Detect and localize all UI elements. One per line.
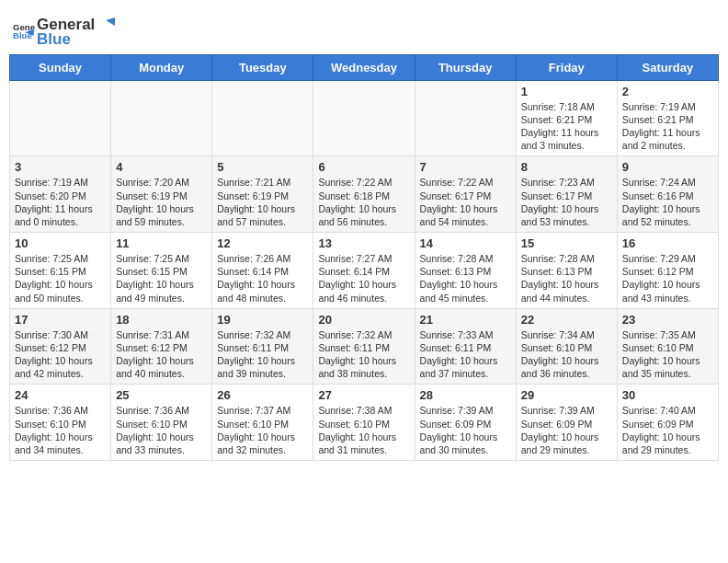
day-info: Sunrise: 7:35 AM [622,328,713,341]
day-info: Sunrise: 7:32 AM [318,328,409,341]
day-info: Daylight: 10 hours and 42 minutes. [15,354,106,380]
day-number: 4 [116,160,207,174]
calendar-cell: 2Sunrise: 7:19 AMSunset: 6:21 PMDaylight… [617,80,718,156]
day-number: 1 [521,85,612,98]
day-number: 24 [15,388,106,402]
calendar-cell: 11Sunrise: 7:25 AMSunset: 6:15 PMDayligh… [111,233,212,309]
day-number: 27 [318,388,409,402]
day-number: 2 [622,85,713,98]
calendar-cell: 4Sunrise: 7:20 AMSunset: 6:19 PMDaylight… [111,156,212,233]
day-number: 21 [420,313,511,327]
day-number: 10 [15,236,106,250]
day-info: Daylight: 10 hours and 56 minutes. [318,202,409,228]
day-info: Sunrise: 7:39 AM [420,404,511,417]
day-info: Sunrise: 7:27 AM [318,252,409,265]
week-row-4: 17Sunrise: 7:30 AMSunset: 6:12 PMDayligh… [10,308,719,385]
day-number: 3 [15,160,106,174]
day-info: Sunset: 6:18 PM [318,190,409,202]
day-info: Sunset: 6:17 PM [420,190,511,202]
day-info: Daylight: 10 hours and 36 minutes. [521,354,612,380]
day-info: Daylight: 10 hours and 49 minutes. [116,278,207,304]
day-info: Sunrise: 7:29 AM [622,252,713,265]
day-info: Sunset: 6:21 PM [521,113,612,126]
day-number: 29 [521,388,612,402]
day-info: Sunrise: 7:25 AM [15,252,106,265]
day-number: 8 [521,160,612,174]
day-info: Daylight: 10 hours and 29 minutes. [521,431,612,456]
day-info: Daylight: 10 hours and 35 minutes. [622,354,713,380]
calendar-cell: 5Sunrise: 7:21 AMSunset: 6:19 PMDaylight… [212,156,313,233]
day-info: Sunset: 6:20 PM [15,190,106,202]
day-info: Daylight: 10 hours and 31 minutes. [318,431,409,456]
calendar-cell: 8Sunrise: 7:23 AMSunset: 6:17 PMDaylight… [516,156,617,233]
day-info: Daylight: 10 hours and 46 minutes. [318,278,409,304]
day-info: Sunset: 6:17 PM [521,190,612,202]
day-number: 14 [420,236,511,250]
calendar-cell: 9Sunrise: 7:24 AMSunset: 6:16 PMDaylight… [617,156,718,233]
day-number: 25 [116,388,207,402]
header: General Blue General Blue [9,9,719,51]
calendar-cell: 19Sunrise: 7:32 AMSunset: 6:11 PMDayligh… [212,308,313,385]
week-row-2: 3Sunrise: 7:19 AMSunset: 6:20 PMDaylight… [10,156,719,233]
day-number: 6 [318,160,409,174]
day-info: Sunset: 6:15 PM [15,265,106,278]
day-info: Sunset: 6:16 PM [622,190,713,202]
day-header-wednesday: Wednesday [313,54,415,80]
day-info: Sunset: 6:12 PM [116,341,207,354]
calendar-cell: 15Sunrise: 7:28 AMSunset: 6:13 PMDayligh… [516,233,617,309]
week-row-3: 10Sunrise: 7:25 AMSunset: 6:15 PMDayligh… [10,233,719,309]
day-info: Daylight: 10 hours and 43 minutes. [622,278,713,304]
day-info: Daylight: 10 hours and 57 minutes. [217,202,308,228]
day-info: Sunrise: 7:34 AM [521,328,612,341]
day-number: 22 [521,313,612,327]
calendar-cell: 12Sunrise: 7:26 AMSunset: 6:14 PMDayligh… [212,233,313,309]
day-number: 19 [217,313,308,327]
day-info: Sunrise: 7:22 AM [318,176,409,189]
day-info: Daylight: 10 hours and 45 minutes. [420,278,511,304]
calendar-cell: 20Sunrise: 7:32 AMSunset: 6:11 PMDayligh… [313,308,415,385]
day-info: Daylight: 10 hours and 29 minutes. [622,431,713,456]
day-number: 20 [318,313,409,327]
calendar-cell: 14Sunrise: 7:28 AMSunset: 6:13 PMDayligh… [415,233,516,309]
day-number: 15 [521,236,612,250]
calendar-cell [313,80,415,156]
day-info: Sunset: 6:13 PM [420,265,511,278]
calendar-cell: 17Sunrise: 7:30 AMSunset: 6:12 PMDayligh… [10,308,111,385]
week-row-5: 24Sunrise: 7:36 AMSunset: 6:10 PMDayligh… [10,385,719,461]
day-header-monday: Monday [111,54,212,80]
calendar-cell [212,80,313,156]
calendar-cell: 6Sunrise: 7:22 AMSunset: 6:18 PMDaylight… [313,156,415,233]
day-info: Sunset: 6:10 PM [15,418,106,431]
day-info: Sunset: 6:13 PM [521,265,612,278]
day-info: Daylight: 11 hours and 2 minutes. [622,126,713,152]
day-info: Sunset: 6:15 PM [116,265,207,278]
calendar-cell: 29Sunrise: 7:39 AMSunset: 6:09 PMDayligh… [516,385,617,461]
day-number: 5 [217,160,308,174]
day-info: Sunrise: 7:21 AM [217,176,308,189]
day-info: Sunrise: 7:18 AM [521,100,612,113]
calendar-cell: 18Sunrise: 7:31 AMSunset: 6:12 PMDayligh… [111,308,212,385]
day-info: Daylight: 10 hours and 33 minutes. [116,431,207,456]
day-info: Sunrise: 7:22 AM [420,176,511,189]
day-info: Sunrise: 7:30 AM [15,328,106,341]
day-info: Sunset: 6:10 PM [116,418,207,431]
day-info: Sunrise: 7:28 AM [420,252,511,265]
day-info: Sunrise: 7:37 AM [217,404,308,417]
calendar-cell: 7Sunrise: 7:22 AMSunset: 6:17 PMDaylight… [415,156,516,233]
day-number: 17 [15,313,106,327]
logo-icon: General Blue [13,20,35,42]
day-info: Sunset: 6:19 PM [116,190,207,202]
svg-marker-3 [106,17,115,26]
day-info: Sunrise: 7:31 AM [116,328,207,341]
day-info: Sunset: 6:10 PM [318,418,409,431]
calendar-cell: 28Sunrise: 7:39 AMSunset: 6:09 PMDayligh… [415,385,516,461]
day-info: Daylight: 10 hours and 59 minutes. [116,202,207,228]
day-info: Sunset: 6:10 PM [521,341,612,354]
day-info: Sunset: 6:21 PM [622,113,713,126]
logo: General Blue General Blue [13,15,115,49]
calendar-cell: 25Sunrise: 7:36 AMSunset: 6:10 PMDayligh… [111,385,212,461]
day-number: 18 [116,313,207,327]
day-info: Sunrise: 7:19 AM [622,100,713,113]
calendar-cell: 1Sunrise: 7:18 AMSunset: 6:21 PMDaylight… [516,80,617,156]
calendar-table: SundayMondayTuesdayWednesdayThursdayFrid… [9,54,719,461]
